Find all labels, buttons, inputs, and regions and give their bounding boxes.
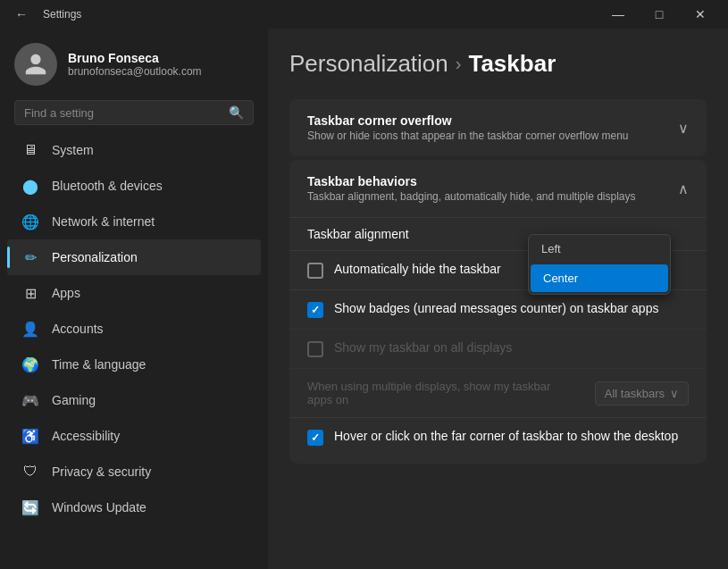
alignment-option-left[interactable]: Left	[529, 235, 670, 263]
sidebar-item-accounts[interactable]: 👤 Accounts	[7, 311, 261, 347]
all-displays-checkbox[interactable]	[307, 341, 323, 357]
network-icon: 🌐	[21, 213, 39, 230]
corner-overflow-title: Taskbar corner overflow	[307, 113, 629, 128]
privacy-icon: 🛡	[21, 463, 39, 481]
breadcrumb-separator: ›	[456, 54, 462, 74]
sidebar-item-privacy[interactable]: 🛡 Privacy & security	[7, 454, 261, 490]
apps-icon: ⊞	[21, 284, 39, 302]
user-info: Bruno Fonseca brunofonseca@outlook.com	[68, 51, 202, 78]
multiple-displays-value: All taskbars	[605, 387, 665, 400]
behaviors-subtitle: Taskbar alignment, badging, automaticall…	[307, 190, 636, 203]
window-controls: — □ ✕	[598, 0, 721, 29]
sidebar: Bruno Fonseca brunofonseca@outlook.com 🔍…	[0, 29, 268, 569]
system-icon: 🖥	[21, 141, 39, 159]
sidebar-item-label: Gaming	[52, 393, 96, 407]
sidebar-item-label: Personalization	[52, 250, 138, 264]
badges-row: Show badges (unread messages counter) on…	[289, 289, 707, 329]
corner-overflow-header[interactable]: Taskbar corner overflow Show or hide ico…	[289, 99, 707, 156]
sidebar-item-system[interactable]: 🖥 System	[7, 132, 261, 168]
badges-label: Show badges (unread messages counter) on…	[334, 301, 658, 315]
sidebar-item-label: Windows Update	[52, 500, 146, 515]
back-button[interactable]: ←	[7, 0, 36, 29]
sidebar-item-label: Time & language	[52, 357, 146, 372]
sidebar-item-network[interactable]: 🌐 Network & internet	[7, 204, 261, 239]
far-corner-label: Hover or click on the far corner of task…	[334, 429, 678, 443]
autohide-checkbox[interactable]	[307, 263, 323, 279]
user-avatar-icon	[23, 52, 48, 77]
corner-overflow-chevron: ∨	[678, 120, 689, 137]
all-displays-label: Show my taskbar on all displays	[334, 340, 512, 355]
sidebar-item-apps[interactable]: ⊞ Apps	[7, 275, 261, 311]
behaviors-title: Taskbar behaviors	[307, 174, 636, 188]
behaviors-header[interactable]: Taskbar behaviors Taskbar alignment, bad…	[289, 160, 707, 217]
alignment-dropdown[interactable]: Left Center	[528, 234, 671, 295]
nav-list: 🖥 System ⬤ Bluetooth & devices 🌐 Network…	[0, 132, 268, 525]
search-input[interactable]	[24, 106, 222, 120]
update-icon: 🔄	[21, 498, 39, 516]
far-corner-row: Hover or click on the far corner of task…	[289, 417, 707, 456]
multiple-displays-select[interactable]: All taskbars ∨	[595, 381, 689, 406]
close-button[interactable]: ✕	[680, 0, 721, 29]
corner-overflow-subtitle: Show or hide icons that appear in the ta…	[307, 130, 629, 142]
time-icon: 🌍	[21, 356, 39, 373]
sidebar-item-label: Accounts	[52, 322, 104, 336]
behaviors-body: Taskbar alignment Left Center Automatica…	[289, 217, 707, 464]
behaviors-chevron: ∧	[678, 180, 689, 197]
corner-overflow-section: Taskbar corner overflow Show or hide ico…	[289, 99, 707, 156]
sidebar-item-label: System	[52, 143, 94, 157]
alignment-label: Taskbar alignment	[307, 227, 409, 241]
user-profile: Bruno Fonseca brunofonseca@outlook.com	[0, 29, 268, 96]
sidebar-item-label: Bluetooth & devices	[52, 179, 163, 193]
content-area: Personalization › Taskbar Taskbar corner…	[268, 29, 728, 569]
behaviors-section: Taskbar behaviors Taskbar alignment, bad…	[289, 160, 707, 464]
sidebar-item-label: Apps	[52, 286, 80, 300]
accounts-icon: 👤	[21, 320, 39, 338]
sidebar-item-gaming[interactable]: 🎮 Gaming	[7, 382, 261, 418]
far-corner-checkbox[interactable]	[307, 430, 323, 446]
gaming-icon: 🎮	[21, 391, 39, 409]
autohide-label: Automatically hide the taskbar	[334, 262, 501, 276]
breadcrumb-current: Taskbar	[468, 50, 556, 78]
alignment-option-center[interactable]: Center	[531, 264, 668, 292]
app-title: Settings	[43, 8, 81, 21]
personalization-icon: ✏	[21, 248, 39, 266]
sidebar-item-bluetooth[interactable]: ⬤ Bluetooth & devices	[7, 168, 261, 204]
multiple-displays-label: When using multiple displays, show my ta…	[307, 380, 575, 406]
alignment-row: Taskbar alignment Left Center	[289, 217, 707, 250]
minimize-button[interactable]: —	[598, 0, 639, 29]
multiple-displays-row: When using multiple displays, show my ta…	[289, 368, 707, 417]
user-email: brunofonseca@outlook.com	[68, 65, 202, 78]
sidebar-item-accessibility[interactable]: ♿ Accessibility	[7, 418, 261, 454]
sidebar-item-personalization[interactable]: ✏ Personalization	[7, 239, 261, 275]
sidebar-item-label: Privacy & security	[52, 464, 151, 479]
breadcrumb: Personalization › Taskbar	[289, 50, 707, 78]
sidebar-item-label: Network & internet	[52, 214, 155, 229]
search-box[interactable]: 🔍	[14, 100, 254, 125]
sidebar-item-label: Accessibility	[52, 429, 120, 443]
title-bar: ← Settings — □ ✕	[0, 0, 728, 29]
accessibility-icon: ♿	[21, 427, 39, 445]
corner-overflow-text: Taskbar corner overflow Show or hide ico…	[307, 113, 629, 142]
badges-checkbox[interactable]	[307, 302, 323, 318]
behaviors-text: Taskbar behaviors Taskbar alignment, bad…	[307, 174, 636, 203]
bluetooth-icon: ⬤	[21, 177, 39, 195]
sidebar-item-update[interactable]: 🔄 Windows Update	[7, 490, 261, 525]
maximize-button[interactable]: □	[639, 0, 680, 29]
all-displays-row: Show my taskbar on all displays	[289, 329, 707, 368]
search-icon: 🔍	[229, 105, 244, 120]
user-name: Bruno Fonseca	[68, 51, 202, 65]
breadcrumb-parent[interactable]: Personalization	[289, 50, 448, 78]
select-chevron-icon: ∨	[670, 387, 679, 400]
app-body: Bruno Fonseca brunofonseca@outlook.com 🔍…	[0, 29, 728, 569]
avatar	[14, 43, 57, 86]
sidebar-item-time[interactable]: 🌍 Time & language	[7, 347, 261, 382]
title-bar-left: ← Settings	[7, 0, 81, 29]
